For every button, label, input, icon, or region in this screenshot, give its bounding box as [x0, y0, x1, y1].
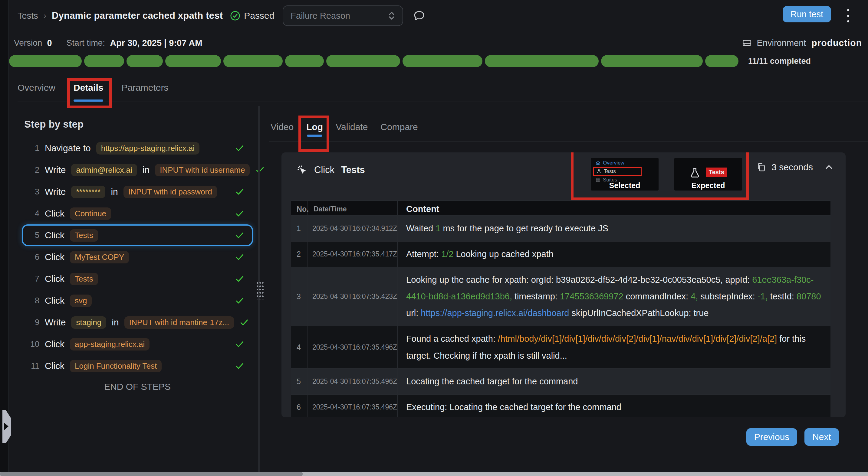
- collapse-chevron-icon[interactable]: [825, 163, 834, 172]
- main-tabs-list: OverviewDetailsParameters: [9, 76, 868, 94]
- failure-reason-select[interactable]: Failure Reason: [283, 5, 403, 26]
- step-check-icon: [235, 187, 245, 197]
- version-value: 0: [47, 38, 52, 48]
- status-text: Passed: [244, 10, 274, 21]
- progress-segment: [165, 55, 221, 67]
- expected-thumbnail[interactable]: Tests Expected: [674, 158, 742, 191]
- previous-button[interactable]: Previous: [746, 428, 797, 446]
- step-action-text: Click: [45, 208, 64, 219]
- step-number: 2: [28, 165, 39, 175]
- step-number: 11: [28, 362, 39, 371]
- step-row[interactable]: 6ClickMyTest COPY: [22, 246, 253, 268]
- step-row[interactable]: 7ClickTests: [22, 268, 253, 290]
- log-row: 42025-04-30T16:07:35.496ZFound a cached …: [291, 326, 831, 369]
- step-row[interactable]: 1Navigate tohttps://app-staging.relicx.a…: [22, 137, 253, 159]
- step-action-text: in: [111, 186, 118, 197]
- step-target-badge: INPUT with id mantine-17z...: [124, 316, 234, 329]
- duration-text: 3 seconds: [771, 162, 813, 172]
- step-check-icon: [235, 252, 245, 262]
- log-tab-validate[interactable]: Validate: [336, 121, 368, 133]
- step-target-badge: svg: [70, 295, 92, 307]
- house-icon: [596, 161, 600, 165]
- step-number: 1: [28, 144, 39, 153]
- log-row-timestamp: 2025-04-30T16:07:35.496Z: [308, 395, 398, 417]
- step-row[interactable]: 3Write********inINPUT with id password: [22, 181, 253, 203]
- expected-thumb-label: Expected: [674, 181, 742, 190]
- step-row[interactable]: 2Writeadmin@relicx.aiinINPUT with id use…: [22, 159, 253, 181]
- step-row[interactable]: 9WritestaginginINPUT with id mantine-17z…: [22, 311, 253, 333]
- horizontal-scrollbar-thumb[interactable]: [0, 472, 303, 476]
- step-action-text: Click: [45, 252, 64, 262]
- step-target-badge: app-staging.relicx.ai: [70, 338, 150, 350]
- step-target-badge: MyTest COPY: [70, 251, 129, 263]
- log-row-number: 4: [291, 326, 308, 368]
- log-tab-video[interactable]: Video: [271, 121, 293, 133]
- step-action-text: Click: [45, 230, 64, 240]
- status-badge: Passed: [230, 10, 274, 21]
- start-time-label: Start time:: [67, 38, 105, 48]
- run-test-button[interactable]: Run test: [783, 6, 831, 22]
- left-rail: [0, 0, 9, 476]
- tab-parameters[interactable]: Parameters: [121, 82, 168, 94]
- log-card: Click Tests Overview Tests Suites Select…: [281, 152, 846, 417]
- step-row[interactable]: 5ClickTests: [22, 225, 253, 246]
- step-check-icon: [235, 361, 245, 371]
- breadcrumb-tests[interactable]: Tests: [18, 11, 38, 21]
- step-action-text: in: [112, 317, 119, 328]
- selected-thumb-label: Selected: [591, 181, 658, 190]
- step-action-text: Click: [45, 361, 64, 371]
- progress-segment: [9, 55, 82, 67]
- step-row[interactable]: 11ClickLogin Functionality Test: [22, 355, 253, 377]
- step-number: 5: [28, 231, 39, 240]
- step-number: 6: [28, 252, 39, 262]
- progress-segment: [126, 55, 163, 67]
- step-check-icon: [255, 165, 265, 175]
- progress-segment: [326, 55, 400, 67]
- copy-icon[interactable]: [756, 162, 766, 172]
- environment-label: Environment: [757, 38, 806, 48]
- step-target-badge: Tests: [70, 273, 98, 285]
- step-number: 7: [28, 274, 39, 284]
- step-target-badge: https://app-staging.relicx.ai: [96, 142, 199, 155]
- log-tab-log[interactable]: Log: [306, 121, 323, 133]
- tabs-divider: [18, 102, 868, 102]
- comment-bubble-icon[interactable]: [413, 9, 426, 22]
- main-tabs: OverviewDetailsParameters: [9, 76, 868, 106]
- kebab-menu-icon[interactable]: [846, 9, 850, 22]
- step-row[interactable]: 8Clicksvg: [22, 290, 253, 311]
- log-link[interactable]: https://app-staging.relicx.ai/dashboard: [421, 308, 569, 318]
- log-row-content: Attempt: 1/2 Looking up cached xpath: [398, 242, 831, 267]
- drag-handle-icon[interactable]: [256, 281, 264, 299]
- progress-segment: [285, 55, 324, 67]
- environment-icon: [742, 38, 752, 48]
- log-row-content: Locating the cached target for the comma…: [398, 369, 831, 394]
- command-action: Click: [314, 165, 334, 175]
- step-row[interactable]: 10Clickapp-staging.relicx.ai: [22, 333, 253, 355]
- step-number: 4: [28, 209, 39, 218]
- environment-value: production: [811, 38, 862, 48]
- step-target-badge: Tests: [70, 229, 98, 242]
- step-action-text: Write: [45, 165, 66, 175]
- log-row-number: 5: [291, 369, 308, 394]
- selected-thumbnail[interactable]: Overview Tests Suites Selected: [591, 158, 658, 191]
- log-row-number: 3: [291, 267, 308, 326]
- breadcrumb-separator: ›: [43, 11, 46, 21]
- step-number: 9: [28, 318, 39, 327]
- progress-segment: [601, 55, 703, 67]
- log-row: 12025-04-30T16:07:34.912ZWaited 1 ms for…: [291, 216, 831, 242]
- step-target-badge: staging: [71, 316, 106, 329]
- horizontal-scrollbar[interactable]: [0, 472, 868, 476]
- step-row[interactable]: 4ClickContinue: [22, 203, 253, 225]
- thumb-nav-tests: Tests: [593, 167, 642, 176]
- command-header: Click Tests: [297, 165, 365, 175]
- log-row: 32025-04-30T16:07:35.423ZLooking up the …: [291, 267, 831, 326]
- tab-details[interactable]: Details: [73, 82, 103, 94]
- log-tab-compare[interactable]: Compare: [380, 121, 417, 133]
- log-tabs-list: VideoLogValidateCompare: [271, 121, 418, 133]
- tab-overview[interactable]: Overview: [18, 82, 55, 94]
- log-row-number: 2: [291, 242, 308, 267]
- next-button[interactable]: Next: [804, 428, 839, 446]
- step-target-badge: INPUT with id username: [155, 164, 250, 176]
- log-row-content: Executing: Locating the cached target fo…: [398, 395, 831, 417]
- log-row-content: Waited 1 ms for the page to get ready to…: [398, 216, 831, 241]
